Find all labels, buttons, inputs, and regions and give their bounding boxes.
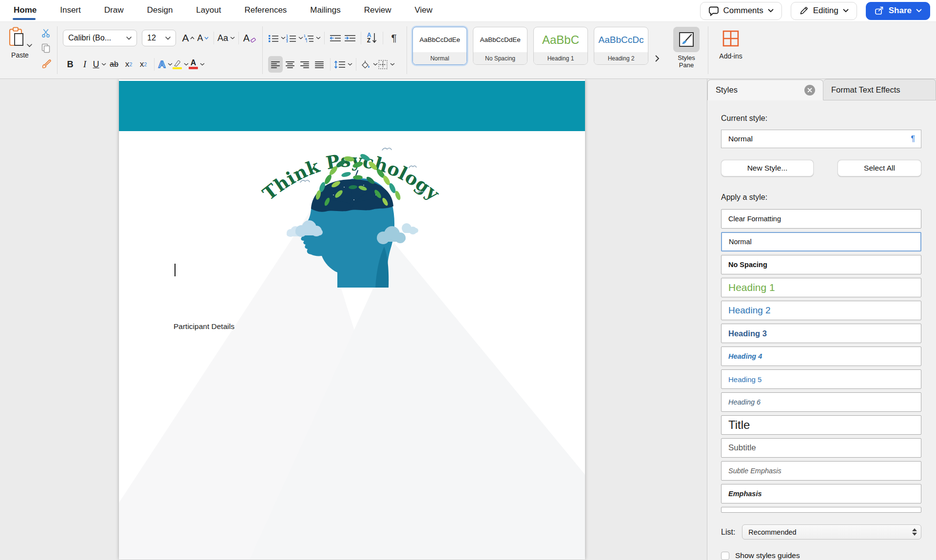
menu-review[interactable]: Review	[363, 0, 392, 21]
show-style-guides-label: Show styles guides	[735, 551, 800, 560]
comments-button[interactable]: Comments	[700, 2, 782, 20]
gallery-more-button[interactable]	[655, 43, 660, 62]
align-left-button[interactable]	[268, 56, 283, 73]
editing-mode-button[interactable]: Editing	[791, 2, 857, 20]
paragraph-text[interactable]: Participant Details	[174, 322, 234, 331]
style-subtle-emphasis[interactable]: Subtle Emphasis	[721, 461, 921, 481]
increase-indent-button[interactable]	[343, 30, 357, 46]
style-preview: AaBbCcDdEe	[413, 27, 467, 52]
clipboard-icon	[8, 27, 25, 47]
style-heading-4[interactable]: Heading 4	[721, 347, 921, 366]
multilevel-list-button[interactable]: 1ai	[303, 30, 321, 46]
menu-insert[interactable]: Insert	[59, 0, 82, 21]
decrease-indent-button[interactable]	[328, 30, 343, 46]
font-color-button[interactable]: A	[189, 56, 205, 73]
style-normal[interactable]: Normal	[721, 232, 921, 251]
chevron-down-icon	[348, 63, 352, 66]
svg-text:3: 3	[286, 39, 288, 42]
tab-styles[interactable]: Styles	[707, 79, 823, 100]
editing-label: Editing	[813, 6, 838, 16]
justify-button[interactable]	[312, 56, 327, 73]
menu-view[interactable]: View	[413, 0, 433, 21]
style-heading-1[interactable]: Heading 1	[721, 278, 921, 297]
font-name-select[interactable]: Calibri (Bo...	[63, 30, 137, 46]
style-subtitle[interactable]: Subtitle	[721, 438, 921, 458]
style-card-label: Heading 1	[534, 52, 587, 64]
style-list: Clear Formatting Normal No Spacing Headi…	[721, 209, 921, 513]
menu-references[interactable]: References	[243, 0, 288, 21]
style-card-no-spacing[interactable]: AaBbCcDdEe No Spacing	[473, 27, 527, 65]
line-spacing-button[interactable]	[334, 56, 352, 73]
list-filter-dropdown[interactable]: Recommended	[742, 524, 921, 540]
style-heading-2[interactable]: Heading 2	[721, 301, 921, 320]
italic-button[interactable]: I	[78, 56, 92, 73]
clear-formatting-button[interactable]: A	[242, 30, 257, 46]
style-heading-3[interactable]: Heading 3	[721, 324, 921, 343]
cover-banner	[119, 81, 585, 131]
style-card-heading2[interactable]: AaBbCcDc Heading 2	[594, 27, 648, 65]
bold-button[interactable]: B	[63, 56, 78, 73]
show-style-guides-row[interactable]: Show styles guides	[721, 551, 921, 560]
style-heading-6[interactable]: Heading 6	[721, 392, 921, 412]
align-center-button[interactable]	[283, 56, 297, 73]
superscript-button[interactable]: x2	[136, 56, 151, 73]
chevron-down-icon	[768, 9, 774, 13]
underline-button[interactable]: U	[92, 56, 107, 73]
cut-button[interactable]	[40, 28, 52, 39]
chevron-down-icon	[373, 63, 378, 66]
eraser-icon	[250, 37, 256, 43]
style-preview: AaBbCcDdEe	[473, 27, 527, 52]
menu-mailings[interactable]: Mailings	[309, 0, 341, 21]
subscript-button[interactable]: x2	[121, 56, 136, 73]
style-card-normal[interactable]: AaBbCcDdEe Normal	[412, 27, 467, 65]
arrow-down-icon	[372, 33, 377, 43]
menu-draw[interactable]: Draw	[103, 0, 125, 21]
align-right-button[interactable]	[297, 56, 312, 73]
style-title[interactable]: Title	[721, 415, 921, 435]
shading-button[interactable]	[360, 56, 378, 73]
copy-button[interactable]	[40, 43, 52, 54]
caret-down-icon	[204, 37, 209, 39]
menu-home[interactable]: Home	[13, 0, 38, 21]
styles-pane-button[interactable]: Styles Pane	[670, 27, 702, 69]
paint-bucket-icon	[360, 60, 371, 69]
menu-layout[interactable]: Layout	[195, 0, 222, 21]
style-emphasis[interactable]: Emphasis	[721, 484, 921, 503]
numbering-button[interactable]: 123	[286, 30, 303, 46]
select-all-button[interactable]: Select All	[838, 160, 921, 176]
strikethrough-button[interactable]: ab	[107, 56, 121, 73]
close-icon[interactable]	[804, 85, 815, 96]
copy-icon	[41, 43, 51, 53]
add-ins-button[interactable]: Add-ins	[714, 22, 748, 78]
format-painter-button[interactable]	[40, 58, 52, 69]
style-no-spacing[interactable]: No Spacing	[721, 255, 921, 274]
add-ins-label: Add-ins	[719, 52, 742, 60]
checkbox-icon[interactable]	[721, 552, 729, 560]
chevron-down-icon	[101, 63, 106, 66]
paste-button[interactable]: Paste	[5, 27, 35, 59]
borders-button[interactable]	[378, 56, 395, 73]
styles-panel: Styles Format Text Effects Current style…	[707, 79, 936, 560]
change-case-button[interactable]: Aa	[217, 30, 235, 46]
tab-format-text-effects[interactable]: Format Text Effects	[823, 79, 936, 100]
sort-button[interactable]: AZ	[365, 30, 379, 46]
style-item-partial[interactable]	[721, 507, 921, 513]
chevron-down-icon	[281, 37, 286, 39]
style-clear-formatting[interactable]: Clear Formatting	[721, 209, 921, 229]
shrink-font-button[interactable]: A	[195, 30, 210, 46]
share-button[interactable]: Share	[866, 2, 930, 20]
document-page[interactable]: Think Psychology	[119, 79, 585, 560]
grow-font-button[interactable]: A	[181, 30, 195, 46]
show-paragraph-marks-button[interactable]: ¶	[387, 30, 401, 46]
caret-up-icon	[190, 37, 195, 39]
current-style-box[interactable]: Normal ¶	[721, 130, 921, 148]
bullets-button[interactable]	[268, 30, 286, 46]
menu-design[interactable]: Design	[146, 0, 174, 21]
font-size-select[interactable]: 12	[142, 30, 176, 46]
highlight-button[interactable]	[173, 56, 189, 73]
text-effects-button[interactable]: A	[158, 56, 173, 73]
document-canvas[interactable]: Think Psychology	[0, 79, 707, 560]
style-card-heading1[interactable]: AaBbC Heading 1	[533, 27, 588, 65]
style-heading-5[interactable]: Heading 5	[721, 369, 921, 389]
new-style-button[interactable]: New Style...	[721, 160, 814, 176]
